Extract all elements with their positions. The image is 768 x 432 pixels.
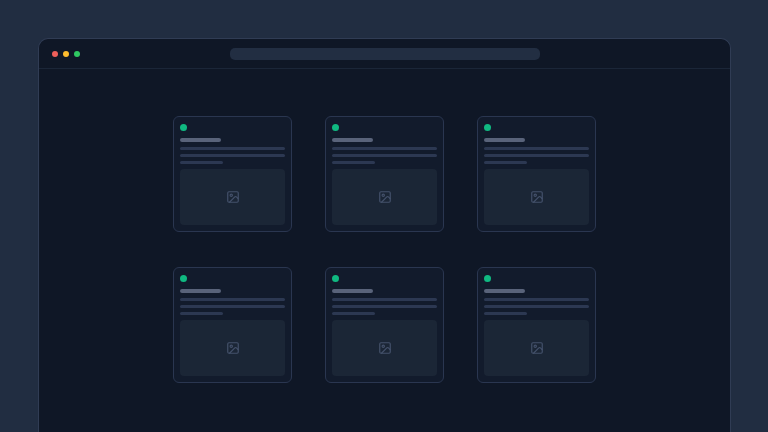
content-card[interactable] xyxy=(173,267,292,383)
status-dot xyxy=(180,124,187,131)
image-placeholder xyxy=(180,169,285,225)
image-placeholder xyxy=(332,169,437,225)
card-grid xyxy=(39,116,730,383)
skeleton-title xyxy=(332,289,373,293)
status-dot xyxy=(332,124,339,131)
status-dot xyxy=(484,124,491,131)
status-dot xyxy=(484,275,491,282)
skeleton-line xyxy=(332,154,437,157)
image-icon xyxy=(378,190,392,204)
skeleton-line xyxy=(180,298,285,301)
image-icon xyxy=(530,190,544,204)
skeleton-line xyxy=(332,298,437,301)
skeleton-line xyxy=(332,305,437,308)
content-card[interactable] xyxy=(173,116,292,232)
skeleton-line-short xyxy=(180,161,223,164)
skeleton-line xyxy=(180,147,285,150)
skeleton-line-short xyxy=(180,312,223,315)
skeleton-line xyxy=(484,305,589,308)
image-placeholder xyxy=(180,320,285,376)
skeleton-line xyxy=(332,147,437,150)
address-bar[interactable] xyxy=(230,48,540,60)
image-icon xyxy=(530,341,544,355)
close-window-button[interactable] xyxy=(52,51,58,57)
skeleton-line xyxy=(484,147,589,150)
skeleton-line-short xyxy=(484,161,527,164)
image-icon xyxy=(378,341,392,355)
window-content xyxy=(39,69,730,432)
skeleton-line xyxy=(180,154,285,157)
maximize-window-button[interactable] xyxy=(74,51,80,57)
content-card[interactable] xyxy=(325,116,444,232)
content-card[interactable] xyxy=(325,267,444,383)
window-controls xyxy=(52,51,80,57)
skeleton-line-short xyxy=(332,161,375,164)
skeleton-title xyxy=(180,138,221,142)
content-card[interactable] xyxy=(477,116,596,232)
content-card[interactable] xyxy=(477,267,596,383)
image-icon xyxy=(226,341,240,355)
skeleton-title xyxy=(484,138,525,142)
skeleton-line-short xyxy=(484,312,527,315)
skeleton-line-short xyxy=(332,312,375,315)
window-titlebar xyxy=(39,39,730,69)
status-dot xyxy=(180,275,187,282)
skeleton-line xyxy=(180,305,285,308)
browser-window xyxy=(38,38,731,432)
image-icon xyxy=(226,190,240,204)
skeleton-title xyxy=(332,138,373,142)
skeleton-line xyxy=(484,154,589,157)
status-dot xyxy=(332,275,339,282)
skeleton-title xyxy=(484,289,525,293)
skeleton-line xyxy=(484,298,589,301)
skeleton-title xyxy=(180,289,221,293)
image-placeholder xyxy=(484,320,589,376)
image-placeholder xyxy=(484,169,589,225)
image-placeholder xyxy=(332,320,437,376)
minimize-window-button[interactable] xyxy=(63,51,69,57)
